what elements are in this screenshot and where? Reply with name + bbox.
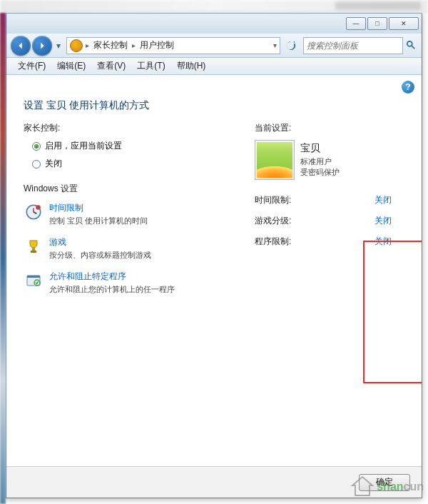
radio-icon: [32, 142, 41, 151]
user-name: 宝贝: [300, 142, 340, 155]
status-game-label: 游戏分级:: [255, 215, 291, 227]
status-program-link[interactable]: 关闭: [374, 236, 404, 248]
svg-rect-7: [31, 251, 36, 253]
clock-icon: [24, 202, 44, 222]
refresh-button[interactable]: [283, 39, 297, 53]
status-time-label: 时间限制:: [255, 194, 291, 206]
svg-line-1: [412, 45, 414, 48]
page-title: 设置 宝贝 使用计算机的方式: [24, 99, 404, 112]
footer: 确定: [6, 466, 422, 498]
programs-link[interactable]: 允许和阻止特定程序: [49, 271, 175, 283]
svg-point-5: [36, 205, 41, 210]
window-frame: — □ ✕ ▾ ▸ 家长控制 ▸ 用户控制 ▾ 文件(F) 编辑(E) 查看(V…: [6, 13, 422, 498]
status-time-link[interactable]: 关闭: [374, 194, 404, 206]
radio-disable-label: 关闭: [45, 158, 62, 170]
control-panel-icon: [70, 39, 83, 52]
nav-history-dropdown[interactable]: ▾: [54, 39, 63, 52]
games-desc: 按分级、内容或标题控制游戏: [49, 250, 151, 261]
setting-time-limits: 时间限制 控制 宝贝 使用计算机的时间: [24, 202, 255, 226]
status-game-link[interactable]: 关闭: [374, 215, 404, 227]
avatar: [255, 140, 295, 180]
parental-control-label: 家长控制:: [24, 122, 255, 134]
left-edge-decoration: [0, 13, 6, 504]
radio-enable-label: 启用，应用当前设置: [45, 140, 122, 152]
breadcrumb-dropdown-icon[interactable]: ▾: [273, 41, 277, 49]
navigation-bar: ▾ ▸ 家长控制 ▸ 用户控制 ▾: [6, 34, 422, 58]
breadcrumb[interactable]: ▸ 家长控制 ▸ 用户控制 ▾: [66, 37, 280, 54]
status-time-row: 时间限制: 关闭: [255, 194, 404, 206]
content-area: ? 设置 宝贝 使用计算机的方式 家长控制: 启用，应用当前设置 关闭 Wind…: [6, 75, 422, 466]
parental-radio-group: 启用，应用当前设置 关闭: [32, 140, 255, 170]
search-input[interactable]: [307, 41, 399, 51]
avatar-image: [257, 142, 292, 178]
games-link[interactable]: 游戏: [49, 236, 151, 248]
radio-enable[interactable]: 启用，应用当前设置: [32, 140, 255, 152]
svg-point-0: [407, 41, 412, 46]
menu-tools[interactable]: 工具(T): [131, 59, 170, 74]
radio-icon: [32, 160, 41, 168]
setting-games: 游戏 按分级、内容或标题控制游戏: [24, 236, 255, 261]
trophy-icon: [24, 236, 44, 256]
status-program-label: 程序限制:: [255, 236, 291, 248]
status-program-row: 程序限制: 关闭: [255, 236, 404, 248]
search-box[interactable]: [303, 37, 403, 54]
search-icon[interactable]: [406, 40, 417, 51]
obscured-top-region: [0, 0, 428, 13]
menu-edit[interactable]: 编辑(E): [51, 59, 91, 74]
svg-rect-6: [32, 248, 35, 251]
program-window-icon: [24, 271, 44, 291]
minimize-button[interactable]: —: [346, 17, 366, 30]
programs-desc: 允许和阻止您的计算机上的任一程序: [49, 284, 175, 295]
menu-bar: 文件(F) 编辑(E) 查看(V) 工具(T) 帮助(H): [6, 58, 422, 75]
breadcrumb-item-parental[interactable]: 家长控制: [89, 39, 132, 51]
menu-view[interactable]: 查看(V): [91, 59, 131, 74]
status-game-row: 游戏分级: 关闭: [255, 215, 404, 227]
menu-file[interactable]: 文件(F): [12, 59, 51, 74]
back-button[interactable]: [11, 36, 31, 56]
status-grid: 时间限制: 关闭 游戏分级: 关闭 程序限制: 关闭: [255, 194, 404, 248]
titlebar: — □ ✕: [6, 14, 422, 34]
help-icon[interactable]: ?: [402, 81, 414, 94]
menu-help[interactable]: 帮助(H): [171, 59, 212, 74]
user-role: 标准用户: [300, 156, 340, 167]
time-limits-desc: 控制 宝贝 使用计算机的时间: [49, 216, 148, 226]
ok-button[interactable]: 确定: [359, 474, 410, 491]
windows-settings-label: Windows 设置: [24, 183, 255, 195]
close-button[interactable]: ✕: [389, 17, 419, 30]
right-column: 当前设置: 宝贝 标准用户 受密码保护 时间限制: 关闭 游戏分级:: [255, 122, 404, 305]
left-column: 家长控制: 启用，应用当前设置 关闭 Windows 设置: [24, 122, 255, 305]
user-card: 宝贝 标准用户 受密码保护: [255, 140, 404, 180]
setting-programs: 允许和阻止特定程序 允许和阻止您的计算机上的任一程序: [24, 271, 255, 295]
svg-rect-9: [27, 276, 40, 278]
maximize-button[interactable]: □: [367, 17, 387, 30]
current-settings-label: 当前设置:: [255, 122, 404, 134]
radio-disable[interactable]: 关闭: [32, 158, 255, 170]
breadcrumb-item-user[interactable]: 用户控制: [136, 39, 178, 51]
forward-button[interactable]: [32, 36, 52, 56]
user-protected: 受密码保护: [300, 167, 340, 178]
time-limits-link[interactable]: 时间限制: [49, 202, 148, 214]
